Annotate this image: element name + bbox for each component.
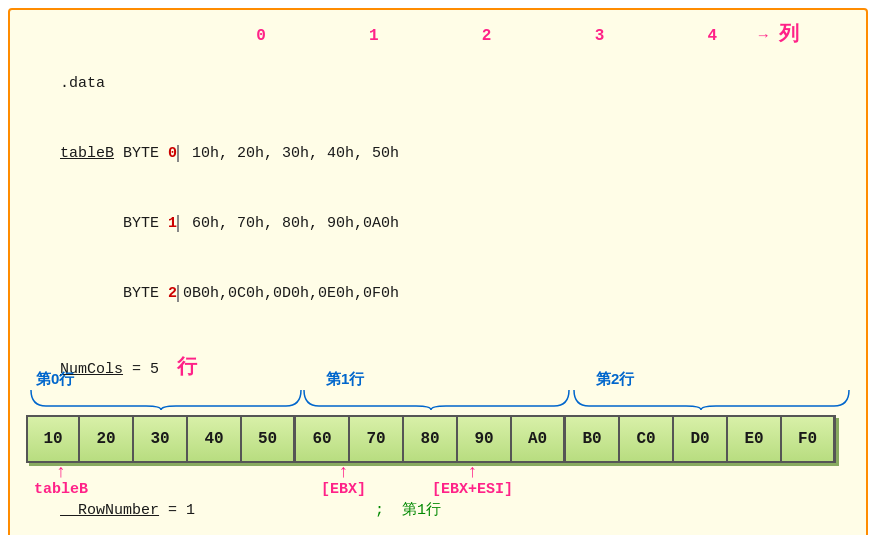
mem-cell-F0: F0 [782,415,836,463]
tableB-keyword: tableB [60,145,114,162]
svg-text:第0行: 第0行 [36,370,75,387]
ebx-pointer: ↑ [EBX] [321,463,366,498]
ebx-arrow: ↑ [338,463,349,481]
mem-cell-30: 30 [134,415,188,463]
svg-text:第2行: 第2行 [596,370,635,387]
mem-cell-D0: D0 [674,415,728,463]
data-section: .data [60,75,105,92]
mem-cell-10: 10 [26,415,80,463]
mem-cell-90: 90 [458,415,512,463]
mem-cell-20: 20 [80,415,134,463]
pointer-labels: ↑ tableB ↑ [EBX] ↑ [EBX+ESI] [26,463,876,513]
mem-cell-B0: B0 [566,415,620,463]
memory-cells: 102030405060708090A0B0C0D0E0F0 [26,415,876,463]
ebx-label: [EBX] [321,481,366,498]
tableB-line1: tableB BYTE 0 10h, 20h, 30h, 40h, 50h [24,119,852,189]
brace-area: 第0行 第1行 第2行 [26,368,876,413]
row-index-1: 1 [168,215,177,232]
col-numbers: 0 1 2 3 4 [219,27,745,45]
row2-values: 60h, 70h, 80h, 90h,0A0h [177,215,399,232]
tableB-line3: BYTE 20B0h,0C0h,0D0h,0E0h,0F0h [24,258,852,328]
mem-cell-E0: E0 [728,415,782,463]
col-label: 列 [779,22,799,44]
code-content: .data [24,49,852,119]
ebxesi-arrow: ↑ [467,463,478,481]
tableB-pointer: ↑ tableB [34,463,88,498]
mem-cell-A0: A0 [512,415,566,463]
svg-text:第1行: 第1行 [326,370,365,387]
mem-cell-40: 40 [188,415,242,463]
row3-values: 0B0h,0C0h,0D0h,0E0h,0F0h [177,285,399,302]
arrow-right: → [759,28,768,45]
tableB-arrow: ↑ [56,463,67,481]
tableB-label: tableB [34,481,88,498]
mem-cell-50: 50 [242,415,296,463]
mem-cell-70: 70 [350,415,404,463]
memory-area: 第0行 第1行 第2行 102030405060708090A0B0C0D0E0… [8,368,876,513]
ebxesi-label: [EBX+ESI] [432,481,513,498]
mem-cell-C0: C0 [620,415,674,463]
row-index-2: 2 [168,285,177,302]
ebxesi-pointer: ↑ [EBX+ESI] [432,463,513,498]
mem-cell-60: 60 [296,415,350,463]
row1-values: 10h, 20h, 30h, 40h, 50h [177,145,399,162]
tableB-line2: BYTE 1 60h, 70h, 80h, 90h,0A0h [24,189,852,259]
row-index-0: 0 [168,145,177,162]
mem-cell-80: 80 [404,415,458,463]
